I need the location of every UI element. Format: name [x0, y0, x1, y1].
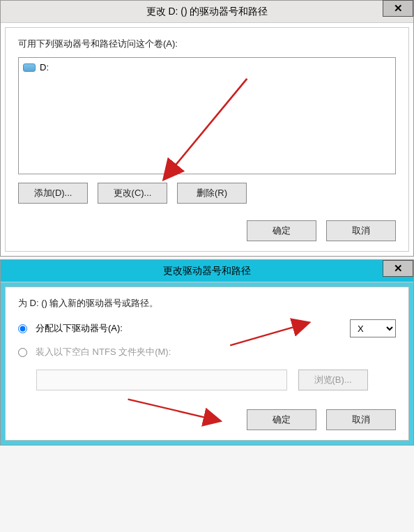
radio-mount-label[interactable]: 装入以下空白 NTFS 文件夹中(M):	[18, 346, 396, 358]
mount-row: 浏览(B)...	[18, 364, 396, 409]
dialog-change-letter: 更改驱动器号和路径 ✕ 为 D: () 输入新的驱动器号或路径。 分配以下驱动器…	[0, 259, 414, 446]
cancel-button-1[interactable]: 取消	[326, 220, 396, 241]
radio-mount[interactable]	[18, 348, 27, 357]
dialog-actions-2: 确定 取消	[18, 409, 396, 430]
titlebar-2: 更改驱动器号和路径 ✕	[1, 260, 413, 282]
dialog-actions-1: 确定 取消	[18, 220, 396, 241]
drive-listbox[interactable]: D:	[18, 57, 396, 174]
list-item[interactable]: D:	[23, 62, 391, 73]
radio-mount-text: 装入以下空白 NTFS 文件夹中(M):	[36, 346, 171, 358]
ok-button-1[interactable]: 确定	[247, 220, 316, 241]
radio-assign[interactable]	[18, 324, 27, 333]
dialog-change-drive-paths: 更改 D: () 的驱动器号和路径 ✕ 可用下列驱动器号和路径访问这个卷(A):…	[0, 0, 414, 257]
remove-button[interactable]: 删除(R)	[177, 183, 247, 204]
close-icon: ✕	[394, 262, 403, 275]
ok-button-2[interactable]: 确定	[247, 409, 316, 430]
drive-letter-select[interactable]: X	[350, 319, 396, 337]
browse-button: 浏览(B)...	[298, 370, 368, 390]
drive-label: D:	[40, 62, 49, 73]
prompt-1: 可用下列驱动器号和路径访问这个卷(A):	[18, 38, 396, 50]
close-icon: ✕	[394, 2, 403, 15]
close-button-1[interactable]: ✕	[383, 0, 413, 17]
content-1: 可用下列驱动器号和路径访问这个卷(A): D: 添加(D)... 更改(C)..…	[5, 27, 409, 252]
radio-assign-label[interactable]: 分配以下驱动器号(A):	[18, 322, 123, 335]
window-1: 更改 D: () 的驱动器号和路径 ✕ 可用下列驱动器号和路径访问这个卷(A):…	[0, 0, 414, 257]
title-text-2: 更改驱动器号和路径	[163, 265, 251, 278]
mount-path-input	[36, 370, 287, 390]
title-text-1: 更改 D: () 的驱动器号和路径	[146, 6, 268, 18]
drive-icon	[23, 63, 36, 72]
titlebar-1: 更改 D: () 的驱动器号和路径 ✕	[1, 1, 413, 23]
change-button[interactable]: 更改(C)...	[98, 183, 167, 204]
close-button-2[interactable]: ✕	[383, 260, 413, 277]
prompt-2: 为 D: () 输入新的驱动器号或路径。	[18, 297, 396, 310]
action-buttons: 添加(D)... 更改(C)... 删除(R)	[18, 183, 396, 204]
cancel-button-2[interactable]: 取消	[326, 409, 396, 430]
assign-row: 分配以下驱动器号(A): X	[18, 317, 396, 340]
content-2: 为 D: () 输入新的驱动器号或路径。 分配以下驱动器号(A): X 装入以下…	[5, 287, 409, 441]
add-button[interactable]: 添加(D)...	[18, 183, 88, 204]
radio-assign-text: 分配以下驱动器号(A):	[36, 322, 123, 335]
window-2: 更改驱动器号和路径 ✕ 为 D: () 输入新的驱动器号或路径。 分配以下驱动器…	[0, 259, 414, 446]
